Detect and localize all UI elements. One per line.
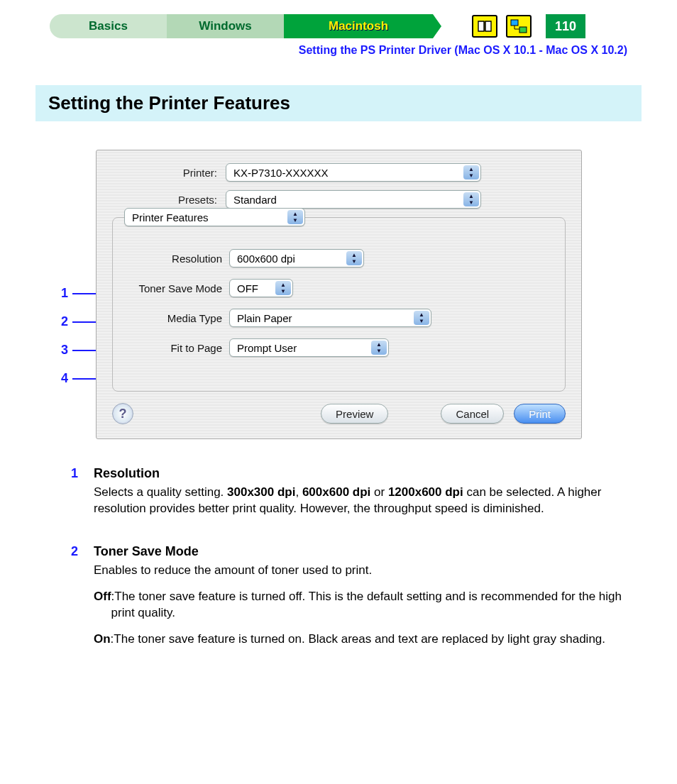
media-select[interactable]: Plain Paper ▲▼: [229, 309, 431, 327]
toner-select[interactable]: OFF ▲▼: [229, 279, 293, 297]
fit-label: Fit to Page: [130, 342, 229, 354]
top-nav: Basics Windows Macintosh 110: [50, 14, 677, 38]
svg-rect-1: [519, 27, 527, 33]
section-title-bar: Setting the Printer Features: [35, 85, 642, 121]
desc-item-1: 1 Resolution Selects a quality setting. …: [71, 465, 626, 527]
resolution-label: Resolution: [130, 253, 229, 265]
fit-value: Prompt User: [237, 342, 297, 354]
updown-icon: ▲▼: [287, 210, 303, 224]
tab-windows[interactable]: Windows: [167, 14, 284, 38]
desc-sub-on: On:The toner save feature is turned on. …: [94, 631, 626, 648]
toner-value: OFF: [237, 282, 258, 294]
desc-num: 2: [71, 543, 94, 658]
desc-title: Resolution: [94, 465, 626, 482]
print-button[interactable]: Print: [514, 404, 566, 424]
printer-select[interactable]: KX-P7310-XXXXXX ▲▼: [226, 163, 481, 182]
tab-macintosh[interactable]: Macintosh: [284, 14, 433, 38]
presets-value: Standard: [233, 194, 277, 206]
media-value: Plain Paper: [237, 312, 292, 324]
preview-button[interactable]: Preview: [321, 404, 388, 424]
desc-sub-off: Off:The toner save feature is turned off…: [94, 589, 626, 622]
updown-icon: ▲▼: [463, 192, 479, 206]
help-button[interactable]: ?: [112, 403, 133, 424]
network-icon[interactable]: [506, 15, 532, 38]
fit-select[interactable]: Prompt User ▲▼: [229, 338, 389, 357]
page-number: 110: [546, 14, 585, 38]
media-label: Media Type: [130, 312, 229, 324]
desc-text: Selects a quality setting. 300x300 dpi, …: [94, 485, 626, 517]
desc-text: Enables to reduce the amount of toner us…: [94, 563, 626, 579]
printer-label: Printer:: [112, 167, 226, 179]
printer-value: KX-P7310-XXXXXX: [233, 167, 328, 179]
updown-icon: ▲▼: [275, 281, 291, 295]
desc-num: 1: [71, 465, 94, 527]
page-title: Setting the Printer Features: [48, 92, 629, 114]
svg-rect-0: [511, 20, 518, 26]
tab-basics[interactable]: Basics: [50, 14, 167, 38]
presets-select[interactable]: Standard ▲▼: [226, 190, 481, 209]
panel-section-value: Printer Features: [132, 211, 209, 223]
updown-icon: ▲▼: [414, 311, 429, 325]
updown-icon: ▲▼: [463, 165, 479, 180]
breadcrumb[interactable]: Setting the PS Printer Driver (Mac OS X …: [0, 44, 627, 57]
resolution-select[interactable]: 600x600 dpi ▲▼: [229, 249, 364, 267]
toner-label: Toner Save Mode: [130, 282, 229, 294]
presets-label: Presets:: [112, 194, 226, 206]
updown-icon: ▲▼: [371, 341, 387, 355]
resolution-value: 600x600 dpi: [237, 253, 295, 265]
desc-title: Toner Save Mode: [94, 543, 626, 560]
printer-features-panel: Printer Features ▲▼ Resolution 600x600 d…: [112, 217, 566, 392]
cancel-button[interactable]: Cancel: [441, 404, 504, 424]
updown-icon: ▲▼: [346, 251, 362, 265]
desc-item-2: 2 Toner Save Mode Enables to reduce the …: [71, 543, 626, 658]
book-icon[interactable]: [472, 15, 497, 38]
print-dialog: Printer: KX-P7310-XXXXXX ▲▼ Presets: Sta…: [96, 150, 582, 439]
panel-section-select[interactable]: Printer Features ▲▼: [124, 208, 305, 226]
